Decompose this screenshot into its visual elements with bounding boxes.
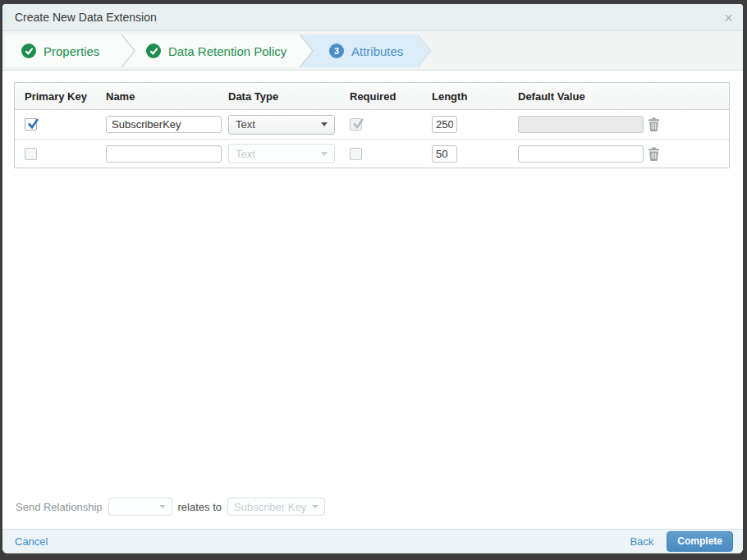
column-header-data-type: Data Type — [218, 83, 340, 109]
complete-button[interactable]: Complete — [667, 531, 733, 552]
create-data-extension-modal: Create New Data Extension × Properties D… — [2, 4, 743, 553]
delete-row-button[interactable] — [648, 147, 660, 161]
data-type-selected-value: Text — [236, 118, 255, 131]
attributes-table-header: Primary Key Name Data Type Required Leng… — [15, 83, 729, 110]
trash-icon — [648, 147, 660, 161]
body-spacer — [14, 168, 730, 498]
delete-row-button[interactable] — [648, 117, 660, 131]
send-relationship-label: Send Relationship — [16, 501, 103, 513]
attributes-table: Primary Key Name Data Type Required Leng… — [14, 82, 730, 168]
chevron-down-icon — [321, 152, 328, 156]
data-type-select[interactable]: Text — [228, 115, 335, 135]
modal-title: Create New Data Extension — [15, 11, 157, 24]
chevron-down-icon — [159, 505, 166, 508]
wizard-steps: Properties Data Retention Policy 3 Attri… — [2, 31, 743, 71]
attribute-row: Text — [15, 139, 729, 168]
relates-to-label: relates to — [178, 501, 222, 513]
length-input[interactable] — [432, 145, 457, 163]
modal-footer: Cancel Back Complete — [2, 529, 743, 553]
chevron-down-icon — [321, 122, 328, 126]
data-type-selected-value: Text — [236, 148, 255, 160]
step-attributes[interactable]: 3 Attributes — [300, 34, 432, 67]
send-relationship-target-value: Subscriber Key — [234, 501, 306, 513]
primary-key-checkbox[interactable] — [25, 118, 37, 131]
send-relationship-row: Send Relationship relates to Subscriber … — [16, 498, 730, 516]
length-input[interactable] — [432, 116, 457, 133]
modal-titlebar: Create New Data Extension × — [2, 4, 743, 31]
column-header-primary-key: Primary Key — [15, 83, 96, 109]
required-checkbox — [350, 118, 362, 131]
default-value-input[interactable] — [518, 145, 644, 163]
column-header-required: Required — [340, 83, 422, 109]
name-input[interactable] — [106, 145, 222, 163]
close-icon[interactable]: × — [724, 10, 733, 25]
step-data-retention-policy[interactable]: Data Retention Policy — [121, 34, 314, 67]
column-header-default-value: Default Value — [508, 83, 638, 109]
check-circle-icon — [146, 44, 161, 58]
required-checkbox[interactable] — [350, 148, 362, 160]
back-link[interactable]: Back — [630, 535, 653, 548]
data-type-select: Text — [228, 144, 335, 163]
chevron-down-icon — [312, 505, 319, 508]
send-relationship-target-select: Subscriber Key — [227, 498, 325, 516]
column-header-name: Name — [96, 83, 218, 109]
column-header-actions — [638, 83, 731, 109]
modal-body: Primary Key Name Data Type Required Leng… — [2, 71, 743, 529]
step-attributes-label: Attributes — [351, 44, 403, 58]
default-value-input — [518, 116, 644, 133]
trash-icon — [648, 117, 660, 131]
step-properties-label: Properties — [44, 44, 99, 58]
step-data-retention-label: Data Retention Policy — [168, 44, 286, 58]
column-header-length: Length — [422, 83, 508, 109]
primary-key-checkbox[interactable] — [25, 148, 37, 160]
check-circle-icon — [21, 44, 36, 58]
attribute-row: Text — [15, 110, 729, 139]
send-relationship-source-select — [108, 498, 172, 516]
name-input[interactable] — [106, 116, 222, 133]
step-properties[interactable]: Properties — [5, 34, 135, 67]
step-number-badge: 3 — [329, 44, 344, 58]
cancel-link[interactable]: Cancel — [15, 535, 48, 548]
